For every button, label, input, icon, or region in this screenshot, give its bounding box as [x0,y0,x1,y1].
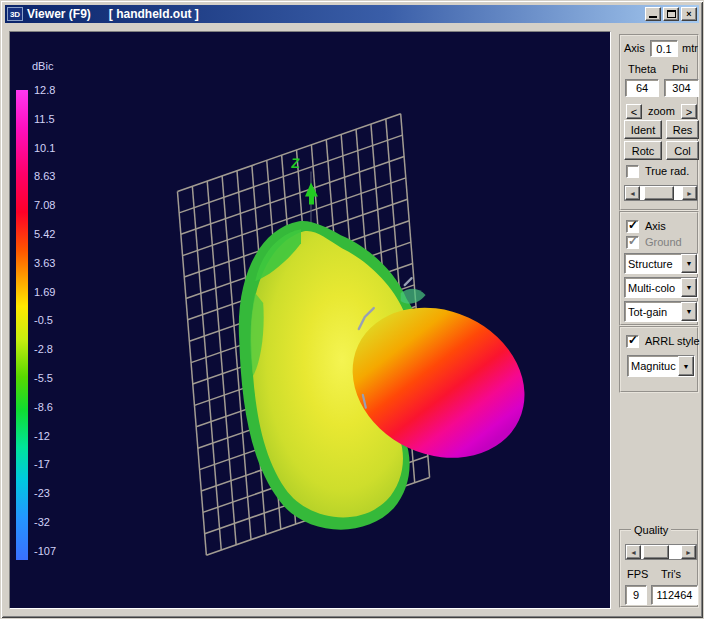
quality-slider-track[interactable] [641,545,681,559]
col-button[interactable]: Col [666,141,699,160]
structure-dropdown[interactable]: Structure ▼ [624,253,698,274]
check-icon: ✓ [628,218,638,232]
quality-group-label: Quality [631,524,671,536]
arrl-style-label: ARRL style [645,335,700,347]
legend-tick: 8.63 [34,162,74,191]
legend-tick: -17 [34,450,74,479]
axis-unit-label: mtr [682,42,698,54]
app-icon: 3D [7,7,23,21]
viewer-window: 3D Viewer (F9) [ handheld.out ] × [0,0,704,619]
arrl-style-checkbox[interactable]: ✓ [626,335,639,348]
slider-left-arrow-icon[interactable]: ◄ [626,545,641,559]
tris-value: 112464 [651,585,698,605]
check-icon: ✓ [628,234,638,248]
legend-tick: -107 [34,537,74,566]
zoom-in-button[interactable]: > [681,104,697,119]
title-bar[interactable]: 3D Viewer (F9) [ handheld.out ] × [5,5,699,23]
arrl-scale-dropdown-value: Magnituc [628,360,678,372]
close-button[interactable]: × [681,7,697,21]
color-mode-dropdown[interactable]: Multi-colo ▼ [624,277,698,298]
view-slider[interactable]: ◄ ► [624,185,698,201]
fps-label: FPS [627,568,648,580]
3d-viewport[interactable]: Z dBic 12.8 11.5 10.1 8.63 7.08 5.42 3.6… [9,31,611,609]
chevron-down-icon[interactable]: ▼ [678,356,694,376]
ident-button[interactable]: Ident [624,120,662,139]
view-slider-track[interactable] [640,186,682,200]
arrl-scale-dropdown[interactable]: Magnituc ▼ [627,355,695,377]
theta-label: Theta [628,63,656,75]
zoom-out-button[interactable]: < [626,104,642,119]
legend-tick: -23 [34,479,74,508]
display-options-group: ✓ Axis ✓ Ground Structure ▼ Multi-colo ▼… [619,211,699,326]
legend-tick-labels: 12.8 11.5 10.1 8.63 7.08 5.42 3.63 1.69 … [34,76,74,566]
close-icon: × [686,9,691,19]
legend-tick: 7.08 [34,191,74,220]
true-rad-checkbox[interactable] [626,165,639,178]
ground-checkbox-label: Ground [645,236,682,248]
color-mode-dropdown-value: Multi-colo [625,282,681,294]
slider-right-arrow-icon[interactable]: ► [681,545,696,559]
legend-tick: -0.5 [34,306,74,335]
maximize-button[interactable] [663,7,679,21]
chevron-down-icon[interactable]: ▼ [681,278,697,297]
structure-dropdown-value: Structure [625,258,681,270]
legend-tick: 3.63 [34,249,74,278]
quality-slider-thumb[interactable] [643,545,669,559]
gain-mode-dropdown[interactable]: Tot-gain ▼ [624,301,698,322]
antenna-wire [405,278,412,285]
legend-tick: -5.5 [34,364,74,393]
gain-mode-dropdown-value: Tot-gain [625,306,681,318]
rotc-button[interactable]: Rotc [624,141,662,160]
res-button[interactable]: Res [666,120,699,139]
axis-length-label: Axis [624,42,645,54]
view-slider-thumb[interactable] [644,186,674,200]
legend-tick: -32 [34,508,74,537]
zoom-label: zoom [648,105,675,117]
legend-tick: 10.1 [34,134,74,163]
window-title-file: [ handheld.out ] [109,7,199,21]
view-controls-group: Axis mtr Theta Phi < zoom > Ident Res Ro… [619,34,699,211]
ground-checkbox: ✓ [626,236,639,249]
maximize-icon [667,10,676,18]
radiation-pattern-scene: Z [10,32,610,608]
axis-length-input[interactable] [650,40,678,57]
legend-tick: -8.6 [34,393,74,422]
window-title: Viewer (F9) [27,7,91,21]
arrl-style-group: ✓ ARRL style Magnituc ▼ [619,326,699,393]
slider-right-arrow-icon[interactable]: ► [682,186,697,200]
legend-colorbar [16,90,28,560]
z-axis-label: Z [290,155,301,171]
control-panel: Axis mtr Theta Phi < zoom > Ident Res Ro… [613,27,701,613]
pattern-green-patch [401,289,426,304]
tris-label: Tri's [661,568,681,580]
phi-label: Phi [672,63,688,75]
true-rad-label: True rad. [645,165,689,177]
check-icon: ✓ [628,333,638,347]
axis-checkbox[interactable]: ✓ [626,220,639,233]
legend-tick: 1.69 [34,278,74,307]
chevron-down-icon[interactable]: ▼ [681,254,697,273]
quality-group: Quality ◄ ► FPS Tri's 9 112464 [619,529,699,608]
legend-tick: 12.8 [34,76,74,105]
axis-checkbox-label: Axis [645,220,666,232]
phi-input[interactable] [664,79,699,97]
chevron-down-icon[interactable]: ▼ [681,302,697,321]
minimize-icon [649,11,657,18]
legend-tick: -12 [34,422,74,451]
legend-tick: 5.42 [34,220,74,249]
minimize-button[interactable] [645,7,661,21]
slider-left-arrow-icon[interactable]: ◄ [625,186,640,200]
quality-slider[interactable]: ◄ ► [625,544,697,560]
fps-value: 9 [625,585,647,605]
legend-tick: -2.8 [34,335,74,364]
theta-input[interactable] [625,79,659,97]
legend-unit-label: dBic [32,60,53,72]
legend-tick: 11.5 [34,105,74,134]
